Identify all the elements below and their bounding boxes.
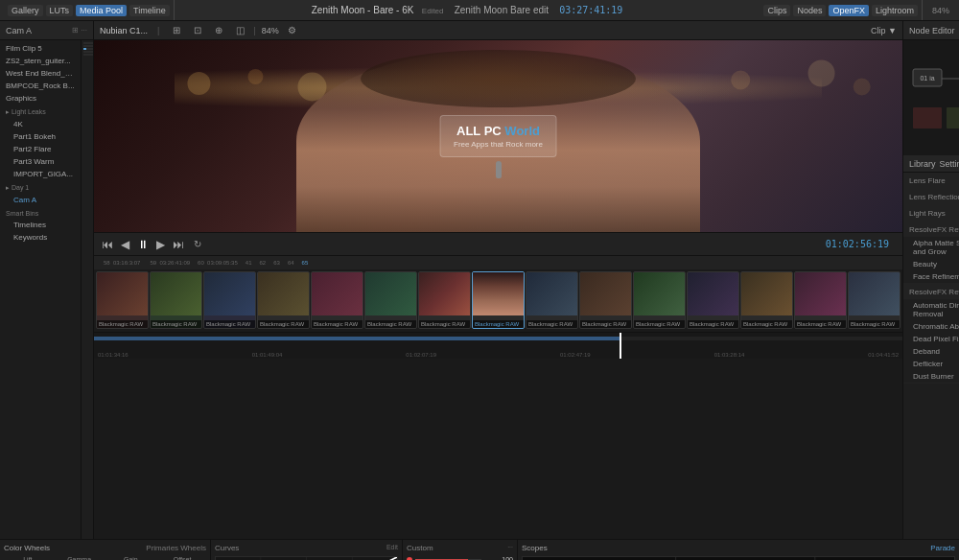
clip-thumb-3[interactable]: A006_06240... [89,42,93,44]
strip-label-64: Blackmagic RAW [419,320,470,328]
tc-59: 59 03:26:41:09 [146,260,194,266]
light-rays-header[interactable]: Light Rays [903,205,959,221]
chromatic-item[interactable]: Chromatic Aberration [903,320,959,333]
strip-clip-65[interactable]: Blackmagic RAW [472,271,525,329]
clip-thumb-6[interactable]: A006_06240... [89,45,93,47]
face-refinement-item[interactable]: Face Refinement [903,270,959,283]
lightroom-tab[interactable]: Lightroom [872,5,918,16]
luts-tab[interactable]: LUTs [46,5,74,16]
strip-label-59: Blackmagic RAW [151,320,201,328]
tree-item-warm[interactable]: Part3 Warm [0,155,81,168]
red-dot [407,557,412,561]
media-grid: A006_06240... A006_06240... A006_06240..… [82,40,93,539]
clip-label-15: A006_06240... [90,54,93,55]
prev-frame-btn[interactable]: ◀ [119,238,131,251]
revival-header[interactable]: ResolveFX Revival [903,284,959,299]
auto-dirt-item[interactable]: Automatic Dirt Removal [903,299,959,320]
refine-header[interactable]: ResolveFX Refine [903,222,959,237]
strip-clip-59[interactable]: Blackmagic RAW [150,271,202,329]
go-to-start-btn[interactable]: ⏮ [100,238,115,251]
transform-icon[interactable]: ⊞ [169,23,184,38]
strip-clip-68[interactable]: Blackmagic RAW [633,271,686,329]
strip-clip-64[interactable]: Blackmagic RAW [418,271,471,329]
tree-item-west[interactable]: West End Blend_K... [0,67,81,80]
go-to-end-btn[interactable]: ⏭ [171,238,186,251]
curves-header: Curves Edit [215,544,398,552]
ruler-mark-1: 01:01:34:16 [98,352,129,358]
cam-label: Cam A [6,26,32,35]
tree-item-flare[interactable]: Part2 Flare [0,143,81,155]
dust-burner-item[interactable]: Dust Burner [903,370,959,383]
strip-clip-70[interactable]: Blackmagic RAW [687,271,739,329]
scopes-mode[interactable]: Parade [930,544,955,552]
strip-clip-58[interactable]: Blackmagic RAW [96,271,149,329]
strip-clip-61[interactable]: Blackmagic RAW [257,271,310,329]
color-wheels-panel: Color Wheels Primaries Wheels Lift [0,540,211,560]
clips-tab[interactable]: Clips [763,5,790,16]
deband-item[interactable]: Deband [903,345,959,358]
strip-label-68: Blackmagic RAW [634,320,685,328]
curves-chart[interactable] [215,556,398,560]
tree-item-zs2[interactable]: ZS2_stern_guiter... [0,55,81,67]
tree-item-bokeh[interactable]: Part1 Bokeh [0,130,81,143]
tree-item-timelines[interactable]: Timelines [0,219,81,231]
nodes-tab[interactable]: Nodes [793,5,826,16]
clip-label-9: A001_06240... [90,48,93,49]
stop-btn[interactable]: ⏸ [135,238,151,251]
gallery-tab[interactable]: Gallery [8,5,43,16]
clip-thumb-15[interactable]: A006_06240... [89,54,93,56]
tree-item-film-clip[interactable]: Film Clip 5 [0,42,81,55]
strip-clip-73[interactable]: Blackmagic RAW [848,271,901,329]
clip-info[interactable]: Clip ▼ [871,26,897,35]
custom-more-icon[interactable]: ··· [507,544,513,550]
settings-tab[interactable]: Settings [940,159,959,169]
loop-icon[interactable]: ↻ [190,237,205,252]
openfx-tab[interactable]: OpenFX [829,5,869,16]
library-header: Library Settings 🔍 [903,155,959,173]
red-value[interactable]: 100 [484,556,513,560]
strip-label-58: Blackmagic RAW [97,320,148,328]
clip-label-6: A006_06240... [90,45,93,46]
media-pool-content: Film Clip 5 ZS2_stern_guiter... West End… [0,40,93,539]
curves-title: Curves [215,544,239,552]
curves-edit-btn[interactable]: Edit [386,544,398,550]
color-mode-selector[interactable]: Primaries Wheels [146,544,206,552]
clip-thumb-9[interactable]: A001_06240... [89,48,93,50]
tree-item-cam-a[interactable]: Cam A [0,194,81,206]
strip-clip-67[interactable]: Blackmagic RAW [579,271,632,329]
library-section-light-rays: Light Rays [903,205,959,222]
tree-item-bmpcoe[interactable]: BMPCOE_Rock B... [0,80,81,92]
viewer-settings-icon[interactable]: ⚙ [285,23,300,38]
strip-label-71: Blackmagic RAW [741,320,792,328]
timeline-tab[interactable]: Timeline [129,5,170,16]
tree-item-keywords[interactable]: Keywords [0,231,81,244]
strip-clip-72[interactable]: Blackmagic RAW [794,271,847,329]
dead-pixel-item[interactable]: Dead Pixel Fixer [903,333,959,345]
tree-item-import-giga[interactable]: IMPORT_GIGA... [0,168,81,180]
dynamic-zoom-icon[interactable]: ⊕ [211,23,226,38]
red-row: 100 [407,556,513,560]
beauty-item[interactable]: Beauty [903,258,959,270]
lens-flare-header[interactable]: Lens Flare [903,173,959,188]
gain-wheel-item: Gain 1.00 [107,556,155,560]
strip-label-62: Blackmagic RAW [312,320,363,328]
strip-clip-63[interactable]: Blackmagic RAW [364,271,417,329]
strip-clip-66[interactable]: Blackmagic RAW [526,271,578,329]
crop-icon[interactable]: ⊡ [190,23,205,38]
strip-clip-71[interactable]: Blackmagic RAW [740,271,793,329]
strip-clip-60[interactable]: Blackmagic RAW [203,271,256,329]
svg-rect-24 [947,107,959,128]
play-btn[interactable]: ▶ [154,238,167,251]
strip-clip-62[interactable]: Blackmagic RAW [311,271,363,329]
timeline-name: Zenith Moon Bare edit [455,5,549,15]
deflicker-item[interactable]: Deflicker [903,358,959,370]
clip-label-12: A006_06240... [90,51,93,52]
lens-reflections-header[interactable]: Lens Reflections [903,189,959,204]
media-pool-tab[interactable]: Media Pool [76,5,127,16]
clip-thumb-12[interactable]: A006_06240... [89,51,93,53]
tree-item-graphics[interactable]: Graphics [0,92,81,105]
custom-title: Custom [407,544,433,552]
composite-icon[interactable]: ◫ [232,23,247,38]
alpha-matte-item[interactable]: Alpha Matte Shrink and Grow [903,237,959,258]
tree-item-4k[interactable]: 4K [0,118,81,130]
